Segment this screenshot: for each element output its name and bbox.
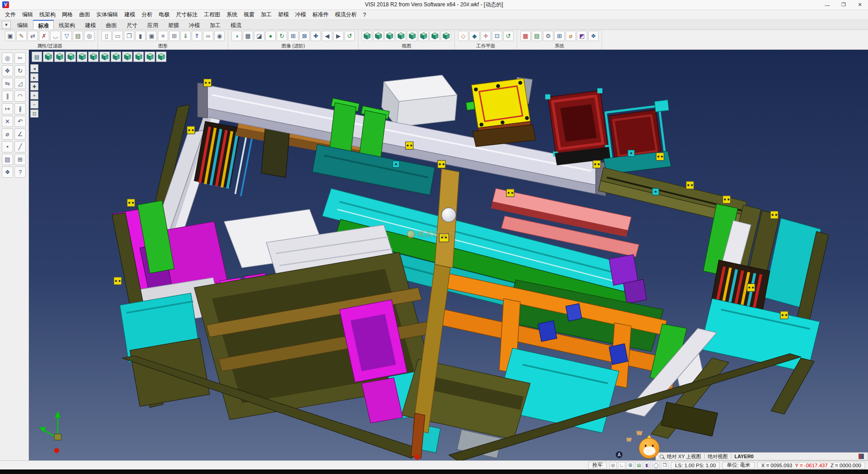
menu-item-12[interactable]: 视窗	[241, 10, 258, 19]
mini-zoom-fit-icon[interactable]: ⊡	[30, 109, 38, 118]
group-icon[interactable]: ⊞	[169, 31, 179, 41]
menu-item-7[interactable]: 分析	[138, 10, 156, 19]
status-lock-icon[interactable]: ❒	[661, 462, 668, 469]
menu-item-11[interactable]: 系统	[223, 10, 241, 19]
workplane-xy-icon[interactable]: ◇	[458, 31, 468, 41]
next-view-icon[interactable]: ▶	[333, 31, 344, 41]
tab-1[interactable]: 标准	[33, 20, 54, 29]
help-icon[interactable]: ?	[14, 166, 26, 178]
grid-panel-icon[interactable]: ⊞	[14, 154, 26, 165]
redraw-icon[interactable]: ↺	[344, 31, 355, 41]
workplane-view-icon[interactable]: ⊡	[492, 31, 502, 41]
status-grid-icon[interactable]: ⊞	[627, 462, 634, 469]
viewport[interactable]: ▤ ◂▸✚+−⊡ 模具联盟网 W W A	[29, 50, 868, 460]
menu-item-14[interactable]: 塑模	[275, 10, 292, 19]
import-icon[interactable]: ⇓	[180, 31, 191, 41]
undo-icon[interactable]: ↶	[14, 116, 26, 127]
tab-dropdown-button[interactable]: ▼	[2, 21, 11, 29]
move-icon[interactable]: ✥	[2, 65, 13, 76]
preview-icon[interactable]: ◉	[214, 31, 225, 41]
menu-item-1[interactable]: 编辑	[19, 10, 36, 19]
filter-icon[interactable]: ▽	[61, 31, 72, 41]
break-icon[interactable]: ∦	[14, 103, 26, 114]
layer-selector[interactable]: LAYER0	[735, 454, 754, 459]
mini-zoom-in-icon[interactable]: +	[30, 91, 38, 100]
new-graphic-icon[interactable]: ▭	[113, 31, 123, 41]
menu-item-18[interactable]: ?	[360, 11, 369, 19]
maximize-button[interactable]: ❐	[835, 0, 852, 9]
shaded-view-icon[interactable]: ◑	[231, 31, 242, 41]
match-attributes-icon[interactable]: ⇄	[28, 31, 38, 41]
tab-7[interactable]: 塑膜	[163, 20, 184, 29]
tab-10[interactable]: 模流	[226, 20, 246, 29]
fillet-icon[interactable]: ◠	[14, 90, 26, 102]
view-bottom-icon[interactable]	[429, 31, 440, 41]
cylinder-icon[interactable]: ▮	[135, 31, 146, 41]
previous-view-icon[interactable]: ◀	[322, 31, 332, 41]
viewport-layout-icon[interactable]: ▤	[32, 52, 42, 62]
wireframe-view-icon[interactable]: ▦	[243, 31, 253, 41]
dynamic-rotate-icon[interactable]: ↻	[277, 31, 287, 41]
trim-icon[interactable]: ✂	[14, 52, 26, 64]
menu-item-9[interactable]: 尺寸标注	[173, 10, 201, 19]
iso-ne-view-icon[interactable]	[122, 52, 132, 62]
dimension-icon[interactable]: ∠	[14, 128, 26, 140]
view-iso-icon[interactable]	[362, 31, 372, 41]
minimize-button[interactable]: —	[819, 0, 835, 9]
view-dimetric-icon[interactable]	[441, 31, 451, 41]
view-back-icon[interactable]	[396, 31, 406, 41]
status-snap-icon[interactable]: ∟	[618, 462, 625, 469]
grid-icon[interactable]: ⊞	[554, 31, 565, 41]
offset-icon[interactable]: ∥	[2, 90, 13, 102]
render-icon[interactable]: ●	[265, 31, 276, 41]
shade-options-icon[interactable]: ◩	[577, 31, 587, 41]
delete-icon[interactable]: ✕	[2, 116, 13, 127]
tab-5[interactable]: 尺寸	[122, 20, 142, 29]
left-view-icon[interactable]	[99, 52, 110, 62]
back-view-icon[interactable]	[88, 52, 99, 62]
display-settings-icon[interactable]	[859, 454, 864, 459]
rotate-icon[interactable]: ↻	[14, 65, 26, 76]
status-world-icon[interactable]: ◯	[652, 462, 660, 469]
tab-3[interactable]: 建模	[80, 20, 101, 29]
workplane-face-icon[interactable]: ◆	[469, 31, 480, 41]
measure-icon[interactable]: ⌀	[2, 128, 13, 140]
menu-item-15[interactable]: 冲模	[292, 10, 309, 19]
attach-icon[interactable]: ∞	[203, 31, 213, 41]
tab-4[interactable]: 曲面	[101, 20, 122, 29]
erase-attributes-icon[interactable]: ✗	[39, 31, 49, 41]
view-left-icon[interactable]	[407, 31, 417, 41]
color-grid-icon[interactable]: ▦	[520, 31, 531, 41]
bottom-view-icon[interactable]	[66, 52, 76, 62]
close-button[interactable]: ✕	[852, 0, 868, 9]
mirror-icon[interactable]: ⇋	[2, 78, 13, 89]
layer-filter-icon[interactable]: ▤	[73, 31, 83, 41]
menu-item-2[interactable]: 线架构	[36, 10, 59, 19]
tab-0[interactable]: 编辑	[12, 20, 33, 29]
extend-icon[interactable]: ↦	[2, 103, 13, 114]
tab-2[interactable]: 线架构	[54, 20, 80, 29]
view-top-icon[interactable]	[373, 31, 383, 41]
units-icon[interactable]: ⌀	[566, 31, 576, 41]
mini-prev-view-icon[interactable]: ◂	[30, 64, 38, 72]
copy-graphic-icon[interactable]: ❐	[124, 31, 134, 41]
tab-9[interactable]: 加工	[205, 20, 226, 29]
workplane-3point-icon[interactable]: ✛	[481, 31, 491, 41]
layers-icon[interactable]: ▤	[532, 31, 542, 41]
menu-item-8[interactable]: 电极	[156, 10, 173, 19]
menu-item-5[interactable]: 实体编辑	[93, 10, 121, 19]
box-icon[interactable]: ▣	[146, 31, 157, 41]
line-icon[interactable]: ╱	[14, 141, 26, 152]
menu-item-13[interactable]: 加工	[258, 10, 275, 19]
status-layers-icon[interactable]: ▤	[635, 462, 642, 469]
quick-pick-icon[interactable]: ◎	[84, 31, 94, 41]
graphics-list-icon[interactable]: ▯	[101, 31, 112, 41]
menu-item-10[interactable]: 工程图	[201, 10, 223, 19]
point-icon[interactable]: •	[2, 141, 13, 152]
paint-attributes-icon[interactable]: ✎	[16, 31, 27, 41]
zoom-window-icon[interactable]: ⊞	[288, 31, 298, 41]
view-right-icon[interactable]	[418, 31, 429, 41]
mini-zoom-out-icon[interactable]: −	[30, 100, 38, 109]
menu-item-17[interactable]: 模流分析	[332, 10, 360, 19]
status-pick-icon[interactable]: ◎	[609, 462, 617, 469]
